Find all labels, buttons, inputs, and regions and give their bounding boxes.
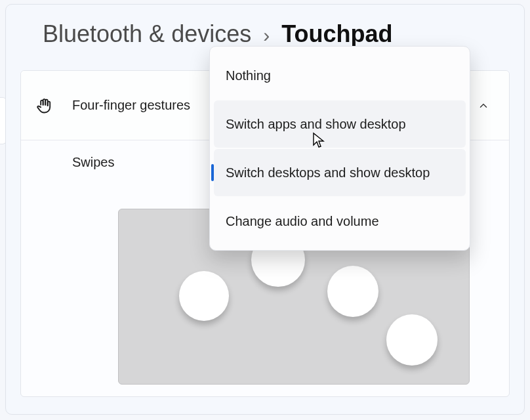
dropdown-option-switch-desktops[interactable]: Switch desktops and show desktop — [214, 149, 466, 196]
finger-dot — [327, 266, 378, 317]
breadcrumb: Bluetooth & devices › Touchpad — [20, 20, 510, 48]
dropdown-option-nothing[interactable]: Nothing — [214, 52, 466, 99]
dropdown-option-switch-apps[interactable]: Switch apps and show desktop — [214, 100, 466, 148]
dropdown-option-label: Change audio and volume — [226, 214, 379, 229]
dropdown-option-label: Nothing — [226, 68, 271, 83]
finger-dot — [179, 271, 229, 321]
chevron-up-icon[interactable] — [478, 100, 489, 112]
breadcrumb-parent[interactable]: Bluetooth & devices — [43, 20, 251, 48]
dropdown-option-label: Switch apps and show desktop — [226, 117, 406, 132]
breadcrumb-current: Touchpad — [281, 20, 392, 48]
hand-icon — [35, 96, 54, 115]
finger-dot — [386, 314, 438, 366]
dropdown-option-label: Switch desktops and show desktop — [226, 165, 430, 180]
chevron-right-icon: › — [263, 24, 270, 47]
swipes-dropdown[interactable]: Nothing Switch apps and show desktop Swi… — [209, 46, 470, 251]
swipes-label: Swipes — [72, 155, 114, 170]
dropdown-option-change-audio[interactable]: Change audio and volume — [214, 198, 466, 245]
